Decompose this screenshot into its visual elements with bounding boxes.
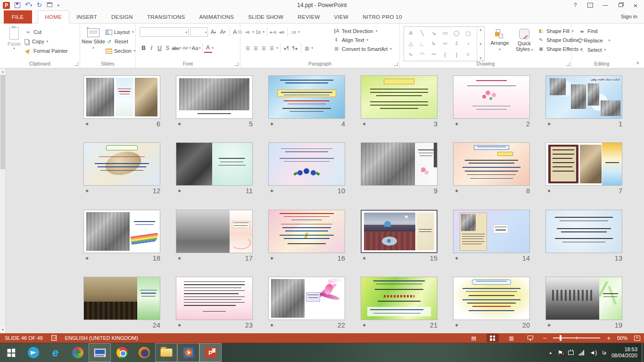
slide-thumbnail-18[interactable] [83,210,160,253]
rectangle-shape-icon[interactable]: ▭ [439,28,451,39]
decrease-indent-icon[interactable]: ⇤≡ [270,29,277,36]
tab-nitro-pro-10[interactable]: NITRO PRO 10 [355,10,409,24]
language-indicator[interactable]: ENGLISH (UNITED KINGDOM) [65,335,138,341]
shapes-gallery-scrollbar[interactable]: ▲▼▼̲ [477,27,484,61]
shadow-button[interactable]: S [164,44,172,53]
volume-icon[interactable]: ◄) [589,349,597,356]
slide-thumbnail-3[interactable] [361,75,438,119]
scroll-down-icon[interactable]: ▼ [0,327,5,333]
show-desktop-button[interactable] [642,343,644,362]
format-painter-button[interactable]: Format Painter [25,46,68,56]
spell-check-icon[interactable] [51,335,57,341]
tab-animations[interactable]: ANIMATIONS [192,10,241,24]
slide-thumbnail-22[interactable] [268,277,345,320]
slide-thumbnail-15[interactable] [361,210,438,253]
line-shape-icon[interactable]: ╲ [416,28,428,39]
bullets-icon[interactable]: •≡ [244,29,251,36]
scrollbar-thumb[interactable] [0,75,5,169]
slide-thumbnail-6[interactable] [83,75,160,119]
align-text-button[interactable]: ⇕Align Text▾ [333,35,392,44]
reading-view-button[interactable]: ▥ [505,334,518,342]
slide-thumbnail-14[interactable] [453,210,530,253]
action-center-icon[interactable]: ⚑ [558,349,563,356]
internet-explorer-taskbar-button[interactable]: e [44,343,66,362]
columns-icon[interactable]: ▥ [304,45,311,52]
section-button[interactable]: Section▾ [106,46,135,56]
slide-show-button[interactable] [524,334,537,342]
start-taskbar-button[interactable] [0,343,22,362]
normal-view-button[interactable]: ▤ [468,334,480,342]
ltr-text-direction-icon[interactable]: ▸¶ [283,45,290,52]
slide-thumbnail-2[interactable] [453,75,530,119]
ribbon-display-options-icon[interactable]: ↑ [584,0,597,10]
slide-thumbnail-1[interactable]: ایران در دوران حکومت پهلوی [545,75,622,119]
media-player-taskbar-button[interactable] [177,343,199,362]
bold-button[interactable]: B [140,44,148,53]
text-box-shape-icon[interactable]: A [405,28,416,39]
help-icon[interactable]: ? [569,0,582,10]
clipboard-dialog-launcher-icon[interactable] [74,62,78,66]
slide-thumbnail-10[interactable] [268,142,345,186]
rounded-rectangle-shape-icon[interactable]: ▢ [462,28,474,39]
telegram-taskbar-button[interactable] [22,343,44,362]
scribble-shape-icon[interactable]: ∿ [405,49,416,60]
tab-home[interactable]: HOME [38,10,70,24]
font-size-combo[interactable]: ▾ [190,27,208,37]
clock[interactable]: 18:53 08/04/2020 [611,346,637,359]
power-icon[interactable] [568,351,574,355]
slide-thumbnail-8[interactable] [453,142,530,186]
restore-icon[interactable] [614,0,627,10]
underline-button[interactable]: U [156,44,164,53]
zoom-slider[interactable] [553,337,600,338]
replace-button[interactable]: abacReplace▾ [578,36,610,45]
drawing-dialog-launcher-icon[interactable] [566,62,570,66]
change-case-button[interactable]: Aa [191,44,199,53]
arrow-shape-icon[interactable]: ↘ [428,28,439,39]
zoom-level[interactable]: 50% [617,335,627,341]
elbow-arrow-shape-icon[interactable]: ↳ [428,39,439,49]
slide-thumbnail-9[interactable] [361,142,438,186]
keyboard-viewer-taskbar-button[interactable] [89,343,111,362]
fit-to-window-icon[interactable]: ✦ [634,336,640,341]
slide-thumbnail-16[interactable] [268,210,345,253]
tab-slide-show[interactable]: SLIDE SHOW [241,10,290,24]
file-explorer-taskbar-button[interactable] [155,343,177,362]
font-color-button[interactable]: A [204,44,212,53]
reset-button[interactable]: ↺Reset [106,37,135,46]
paste-button[interactable]: Paste▾ [2,26,26,60]
quick-styles-button[interactable]: Quick Styles ▾ [512,26,537,60]
elbow-shape-icon[interactable]: ∟ [416,39,428,49]
font-name-combo[interactable]: ▾ [140,27,189,37]
oval-shape-icon[interactable]: ◯ [451,28,462,39]
find-button[interactable]: ∞Find [578,26,610,36]
zoom-out-button[interactable]: − [543,335,547,342]
powerpoint-taskbar-button[interactable]: P [199,343,222,362]
arc-shape-icon[interactable]: ◠ [416,49,428,60]
input-language-badge[interactable]: فا [602,350,606,356]
numbering-icon[interactable]: 1≡ [255,29,262,36]
slide-thumbnail-21[interactable] [361,277,438,320]
close-icon[interactable]: × [629,0,642,10]
network-icon[interactable] [579,350,584,355]
line-spacing-icon[interactable]: ↕≡ [290,29,297,36]
slide-thumbnail-20[interactable] [453,277,530,320]
slide-thumbnail-23[interactable] [176,277,253,320]
tray-expand-icon[interactable]: ▲ [549,351,553,355]
font-dialog-launcher-icon[interactable] [235,62,239,66]
down-arrow-shape-icon[interactable]: ⇩ [451,39,462,49]
slide-thumbnail-4[interactable] [268,75,345,119]
text-direction-button[interactable]: ∥AText Direction▾ [333,26,392,35]
character-spacing-button[interactable]: AV [182,44,190,53]
slide-thumbnail-11[interactable] [176,142,253,186]
curve-shape-icon[interactable]: 〜 [428,49,439,60]
left-brace-shape-icon[interactable]: { [439,49,451,60]
tab-design[interactable]: DESIGN [104,10,140,24]
increase-indent-icon[interactable]: ⇥≡ [278,29,285,36]
arrange-button[interactable]: Arrange▾ [487,26,512,60]
decrease-font-size-button[interactable]: A▾ [219,28,227,37]
select-button[interactable]: ↖Select▾ [578,45,610,55]
align-right-icon[interactable]: ☰ [260,45,267,52]
convert-to-smartart-button[interactable]: ⊞Convert to SmartArt▾ [333,44,392,53]
align-left-icon[interactable]: ☰ [244,45,251,52]
tab-file[interactable]: FILE [4,10,32,24]
